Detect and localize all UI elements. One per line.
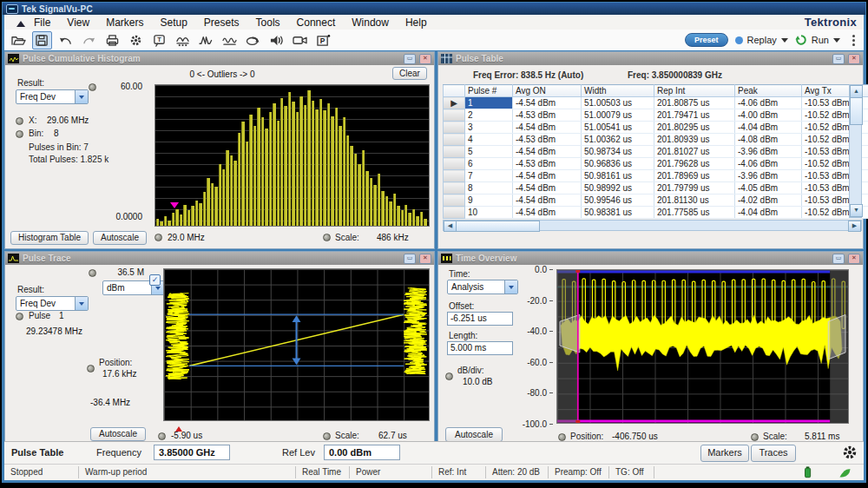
table-cell[interactable]: -4.02 dBm — [735, 195, 802, 207]
menu-item-file[interactable]: File — [34, 16, 50, 29]
table-row[interactable]: 8-4.54 dBm50.98992 us201.79799 us-4.05 d… — [444, 182, 868, 195]
table-cell[interactable]: 50.98734 us — [582, 146, 654, 158]
knob-icon[interactable] — [89, 83, 96, 91]
row-selector[interactable]: ▶ — [444, 97, 465, 109]
row-selector[interactable] — [444, 195, 465, 207]
clear-button[interactable]: Clear — [392, 67, 427, 80]
table-cell[interactable]: 201.80939 us — [654, 134, 735, 146]
trace-display-icon[interactable] — [220, 31, 240, 49]
row-selector[interactable] — [444, 109, 465, 122]
autoscale-button[interactable]: Autoscale — [90, 427, 146, 441]
audio-demod-icon[interactable] — [266, 31, 286, 49]
pulse-table[interactable]: Pulse #Avg ONWidthRep IntPeakAvg TxRise … — [443, 84, 868, 219]
histogram-plot[interactable] — [155, 84, 430, 227]
table-cell[interactable]: 201.81027 us — [654, 146, 735, 158]
settings-gear-icon[interactable] — [126, 31, 146, 49]
table-cell[interactable]: -4.06 dBm — [735, 97, 802, 109]
table-cell[interactable]: -4.54 dBm — [513, 195, 582, 207]
menu-item-connect[interactable]: Connect — [297, 16, 336, 29]
knob-icon[interactable] — [16, 117, 23, 125]
table-cell[interactable]: 201.77585 us — [654, 207, 735, 219]
table-cell[interactable]: 201.80295 us — [654, 122, 735, 134]
menu-item-presets[interactable]: Presets — [204, 16, 240, 29]
pulse-table-header[interactable]: Pulse #Avg ONWidthRep IntPeakAvg TxRise — [444, 85, 868, 97]
knob-icon[interactable] — [16, 313, 23, 320]
table-row[interactable]: 2-4.53 dBm51.00079 us201.79471 us-4.00 d… — [444, 109, 868, 122]
menu-item-window[interactable]: Window — [352, 16, 389, 29]
result-dropdown[interactable]: Freq Dev — [16, 296, 89, 311]
knob-icon[interactable] — [323, 432, 331, 440]
table-cell[interactable]: 201.79799 us — [654, 182, 735, 195]
table-row[interactable]: 10-4.54 dBm50.98381 us201.77585 us-4.04 … — [444, 207, 868, 219]
row-selector[interactable] — [444, 207, 465, 219]
restore-icon[interactable]: ▭ — [832, 54, 845, 64]
table-cell[interactable]: -4.04 dBm — [735, 122, 802, 134]
chevron-down-icon[interactable] — [781, 38, 788, 46]
row-selector[interactable] — [444, 146, 465, 158]
length-input[interactable]: 5.000 ms — [447, 341, 513, 355]
table-cell[interactable]: 51.00503 us — [582, 97, 654, 109]
autoscale-button[interactable]: Autoscale — [93, 231, 147, 245]
close-icon[interactable]: ✕ — [419, 54, 431, 64]
pulse-trace-plot[interactable] — [163, 268, 430, 421]
table-cell[interactable]: 50.99546 us — [582, 195, 654, 207]
scroll-up-icon[interactable]: ▲ — [850, 85, 863, 98]
row-selector[interactable] — [444, 134, 465, 146]
column-header[interactable]: Avg ON — [513, 85, 582, 97]
table-cell[interactable]: 201.80875 us — [654, 97, 735, 109]
panel-header[interactable]: Pulse Trace ▭ ✕ — [5, 252, 434, 265]
scroll-down-icon[interactable]: ▼ — [850, 204, 863, 217]
table-cell[interactable]: 50.98381 us — [582, 207, 654, 219]
column-header[interactable]: Pulse # — [465, 85, 513, 97]
table-cell[interactable]: 3 — [465, 122, 513, 134]
panel-header[interactable]: Pulse Cumulative Histogram ▭ ✕ — [5, 52, 434, 65]
panel-header[interactable]: Pulse Table ▭ ✕ — [438, 52, 863, 65]
column-header[interactable]: Peak — [735, 85, 802, 97]
restore-icon[interactable]: ▭ — [404, 54, 416, 64]
table-cell[interactable]: 201.81130 us — [654, 195, 735, 207]
table-cell[interactable]: -4.04 dBm — [735, 207, 802, 219]
table-cell[interactable]: -4.53 dBm — [513, 134, 582, 146]
table-cell[interactable]: -4.54 dBm — [513, 182, 582, 195]
row-selector[interactable] — [444, 158, 465, 170]
text-marker-icon[interactable]: T — [149, 31, 169, 49]
table-cell[interactable]: 50.96836 us — [582, 158, 654, 170]
knob-icon[interactable] — [16, 130, 23, 138]
menu-item-tools[interactable]: Tools — [256, 16, 280, 29]
table-cell[interactable]: -4.05 dBm — [735, 182, 802, 195]
table-cell[interactable]: -4.00 dBm — [735, 109, 802, 122]
run-control[interactable]: Run — [795, 34, 840, 46]
table-cell[interactable]: 201.79471 us — [654, 109, 735, 122]
scroll-right-icon[interactable]: ▶ — [848, 221, 861, 232]
traces-button[interactable]: Traces — [751, 445, 796, 462]
restore-icon[interactable]: ▭ — [404, 254, 416, 264]
pulse-marker-icon[interactable]: P — [313, 31, 333, 49]
scrollbar-thumb[interactable] — [456, 221, 540, 232]
knob-icon[interactable] — [445, 373, 453, 380]
knob-icon[interactable] — [558, 433, 566, 441]
knob-icon[interactable] — [89, 269, 96, 277]
table-cell[interactable]: 51.00362 us — [582, 134, 654, 146]
table-cell[interactable]: -4.06 dBm — [735, 158, 802, 170]
table-row[interactable]: 5-4.54 dBm50.98734 us201.81027 us-3.96 d… — [444, 146, 868, 158]
row-selector[interactable] — [444, 122, 465, 134]
knob-icon[interactable] — [751, 433, 759, 441]
replay-control[interactable]: Replay — [735, 35, 788, 46]
horizontal-scrollbar[interactable]: ◀ ▶ — [443, 220, 862, 231]
time-dropdown[interactable]: Analysis — [447, 280, 518, 294]
close-icon[interactable]: ✕ — [848, 254, 860, 264]
knob-icon[interactable] — [158, 432, 166, 440]
table-cell[interactable]: 2 — [465, 109, 513, 122]
menu-item-markers[interactable]: Markers — [106, 16, 143, 29]
table-cell[interactable]: 201.78969 us — [654, 170, 735, 182]
open-file-icon[interactable] — [9, 31, 29, 49]
table-cell[interactable]: -4.54 dBm — [513, 122, 582, 134]
column-header[interactable]: Width — [582, 85, 654, 97]
table-cell[interactable]: -4.53 dBm — [513, 158, 582, 170]
histogram-table-button[interactable]: Histogram Table — [10, 231, 89, 245]
histogram-marker-icon[interactable] — [170, 202, 179, 213]
table-cell[interactable]: 201.79628 us — [654, 158, 735, 170]
table-cell[interactable]: 8 — [465, 182, 513, 195]
save-icon[interactable] — [32, 31, 52, 49]
more-options-icon[interactable] — [852, 35, 855, 46]
